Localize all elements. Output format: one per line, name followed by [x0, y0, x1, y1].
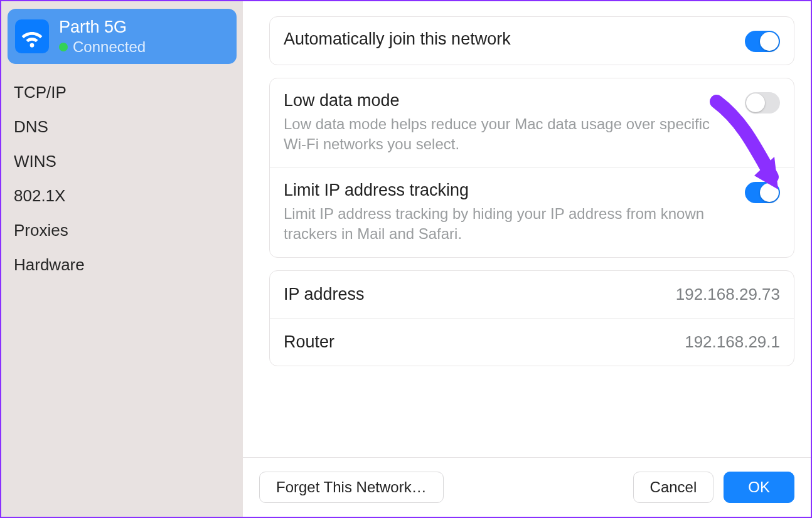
- low-data-desc: Low data mode helps reduce your Mac data…: [284, 114, 723, 155]
- low-data-toggle[interactable]: [745, 92, 780, 114]
- router-label: Router: [284, 332, 334, 352]
- card-privacy: Low data mode Low data mode helps reduce…: [269, 78, 794, 258]
- wifi-name: Parth 5G: [59, 18, 146, 37]
- footer: Forget This Network… Cancel OK: [243, 457, 811, 517]
- router-value: 192.168.29.1: [685, 332, 780, 352]
- status-dot-icon: [59, 43, 68, 51]
- limit-ip-toggle[interactable]: [745, 182, 780, 203]
- forget-network-button[interactable]: Forget This Network…: [259, 472, 444, 503]
- sidebar-item-dns[interactable]: DNS: [8, 110, 237, 144]
- sidebar-item-wins[interactable]: WINS: [8, 144, 237, 179]
- cancel-button[interactable]: Cancel: [633, 472, 714, 503]
- ip-address-value: 192.168.29.73: [676, 285, 780, 304]
- card-network-info: IP address 192.168.29.73 Router 192.168.…: [269, 270, 794, 366]
- limit-ip-desc: Limit IP address tracking by hiding your…: [284, 204, 723, 245]
- auto-join-toggle[interactable]: [745, 31, 780, 52]
- sidebar-item-network[interactable]: Parth 5G Connected: [8, 9, 237, 64]
- limit-ip-title: Limit IP address tracking: [284, 181, 732, 200]
- sidebar-item-proxies[interactable]: Proxies: [8, 213, 237, 248]
- sidebar-item-tcpip[interactable]: TCP/IP: [8, 75, 237, 110]
- sidebar-item-hardware[interactable]: Hardware: [8, 248, 237, 282]
- main-panel: Automatically join this network Low data…: [243, 1, 811, 517]
- sidebar: Parth 5G Connected TCP/IP DNS WINS 802.1…: [1, 1, 243, 517]
- content-area: Automatically join this network Low data…: [243, 1, 811, 457]
- sidebar-item-8021x[interactable]: 802.1X: [8, 179, 237, 213]
- low-data-title: Low data mode: [284, 91, 732, 110]
- ok-button[interactable]: OK: [724, 472, 794, 503]
- wifi-status: Connected: [73, 38, 146, 56]
- wifi-icon: [15, 19, 49, 53]
- auto-join-title: Automatically join this network: [284, 29, 732, 49]
- card-auto-join: Automatically join this network: [269, 16, 794, 65]
- wifi-text: Parth 5G Connected: [59, 18, 146, 56]
- ip-address-label: IP address: [284, 285, 365, 304]
